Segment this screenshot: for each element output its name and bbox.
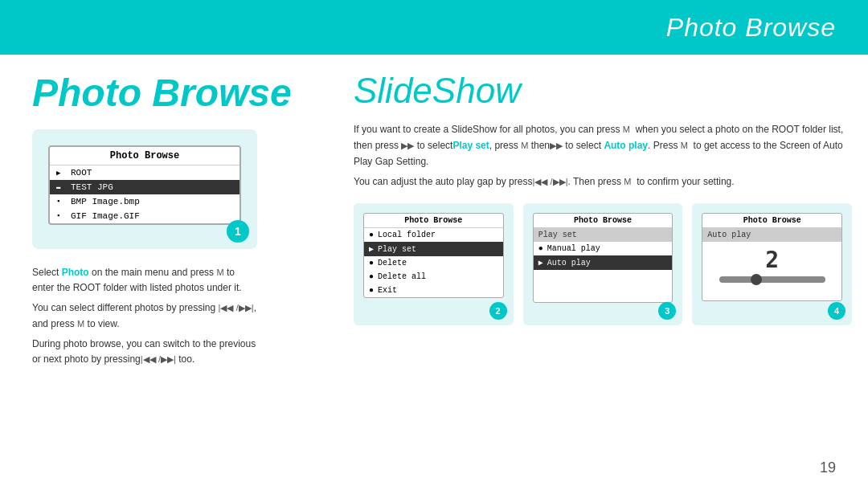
item-label: Delete all xyxy=(378,272,426,281)
mockups-row: Photo Browse ● Local folder ▶ Play set ●… xyxy=(354,203,852,325)
list-item: ▶ ROOT xyxy=(50,165,240,180)
device-mockup-3: Photo Browse Play set ● Manual play ▶ Au… xyxy=(523,203,683,325)
device-screen-3-title: Photo Browse xyxy=(534,214,673,228)
m-ref: M xyxy=(623,122,630,137)
badge-2: 2 xyxy=(489,302,507,320)
device-screen-4: Photo Browse Auto play 2 xyxy=(702,213,842,301)
badge-1: 1 xyxy=(227,220,249,243)
device-screen-1: Photo Browse ▶ ROOT ▬ TEST JPG ▪ BMP Ima… xyxy=(48,145,241,225)
m-icon2: M xyxy=(77,317,84,332)
item-label: BMP Image.bmp xyxy=(71,197,140,206)
item-label: Manual play xyxy=(547,244,600,253)
top-header: Photo Browse xyxy=(0,0,868,55)
device-mockup-4: Photo Browse Auto play 2 4 xyxy=(692,203,852,325)
item-label: Play set xyxy=(538,231,577,239)
list-item: ▶ Auto play xyxy=(534,255,673,270)
list-item-empty xyxy=(534,270,673,286)
list-item: ▪ BMP Image.bmp xyxy=(50,194,240,209)
item-label: GIF Image.GIF xyxy=(71,211,140,221)
list-item: ● Local folder xyxy=(364,228,503,242)
device-screen-3: Photo Browse Play set ● Manual play ▶ Au… xyxy=(533,213,674,303)
m-ref4: M xyxy=(624,174,631,189)
bullet-icon: ● xyxy=(369,286,374,295)
item-label: ROOT xyxy=(71,168,92,178)
list-item: ▬ TEST JPG xyxy=(50,180,240,194)
file-icon: ▬ xyxy=(56,183,66,191)
slider-bar xyxy=(719,276,825,283)
item-label: TEST JPG xyxy=(71,182,113,192)
list-item: ● Delete xyxy=(364,256,503,270)
auto-play-header: Auto play xyxy=(702,228,841,242)
prev-icon: |◀◀ xyxy=(219,301,234,316)
badge-4: 4 xyxy=(828,302,845,320)
m-icon: M xyxy=(216,266,223,280)
item-label: Play set xyxy=(378,245,416,254)
m-ref3: M xyxy=(681,138,688,153)
next-ref: /▶▶| xyxy=(551,174,568,189)
photo-highlight: Photo xyxy=(62,267,89,278)
play-set-header: Play set xyxy=(534,228,673,242)
slider-area: 2 xyxy=(702,242,841,288)
prev-icon2: |◀◀ xyxy=(141,353,156,367)
list-item: ● Manual play xyxy=(534,242,673,255)
arrow-icon: ▶ xyxy=(538,258,543,268)
device-mockup-1: Photo Browse ▶ ROOT ▬ TEST JPG ▪ BMP Ima… xyxy=(32,129,257,249)
list-item: ▶ Play set xyxy=(364,242,503,256)
fwd-ref: ▶▶ xyxy=(401,138,414,153)
device-mockup-2: Photo Browse ● Local folder ▶ Play set ●… xyxy=(354,203,514,325)
bullet-icon: ● xyxy=(369,231,374,239)
item-label: Auto play xyxy=(547,259,591,268)
item-label: Auto play xyxy=(707,231,751,239)
m-ref2: M xyxy=(521,138,528,153)
slider-thumb xyxy=(751,274,762,285)
spacer xyxy=(702,288,841,300)
fwd-ref2: ▶▶ xyxy=(550,138,563,153)
auto-play-highlight: Auto play xyxy=(604,140,648,151)
list-item: ● Delete all xyxy=(364,270,503,284)
arrow-icon: ▶ xyxy=(369,244,374,254)
badge-3: 3 xyxy=(658,302,676,320)
bullet-icon: ● xyxy=(369,272,374,281)
item-label: Exit xyxy=(378,286,397,295)
slider-number: 2 xyxy=(706,247,838,273)
device-screen-1-title: Photo Browse xyxy=(50,147,240,165)
item-label: Delete xyxy=(378,259,407,268)
list-item-empty xyxy=(534,286,673,302)
slideshow-description: If you want to create a SlideShow for al… xyxy=(354,122,852,190)
device-screen-4-title: Photo Browse xyxy=(702,214,841,228)
arrow-icon: ▶ xyxy=(56,169,66,178)
bullet-icon: ● xyxy=(538,244,543,253)
next-icon: /▶▶| xyxy=(236,301,254,316)
header-title: Photo Browse xyxy=(666,13,836,43)
next-icon2: /▶▶| xyxy=(158,353,176,367)
list-item: ● Exit xyxy=(364,284,503,297)
page-number: 19 xyxy=(820,459,836,476)
bullet-icon: ● xyxy=(369,259,374,268)
file-icon: ▪ xyxy=(56,212,66,220)
right-column: SlideShow If you want to create a SlideS… xyxy=(354,71,852,325)
device-screen-2-title: Photo Browse xyxy=(364,214,503,228)
file-icon: ▪ xyxy=(56,198,66,206)
prev-ref: |◀◀ xyxy=(532,174,547,189)
list-item: ▪ GIF Image.GIF xyxy=(50,209,240,223)
device-screen-2: Photo Browse ● Local folder ▶ Play set ●… xyxy=(363,213,504,298)
item-label: Local folder xyxy=(378,231,436,239)
left-column: Photo Browse Photo Browse ▶ ROOT ▬ TEST … xyxy=(32,71,346,367)
slideshow-title: SlideShow xyxy=(354,71,852,111)
page-title: Photo Browse xyxy=(32,71,346,115)
left-description: Select Photo on the main menu and press … xyxy=(32,265,346,367)
play-set-highlight: Play set xyxy=(452,140,489,151)
